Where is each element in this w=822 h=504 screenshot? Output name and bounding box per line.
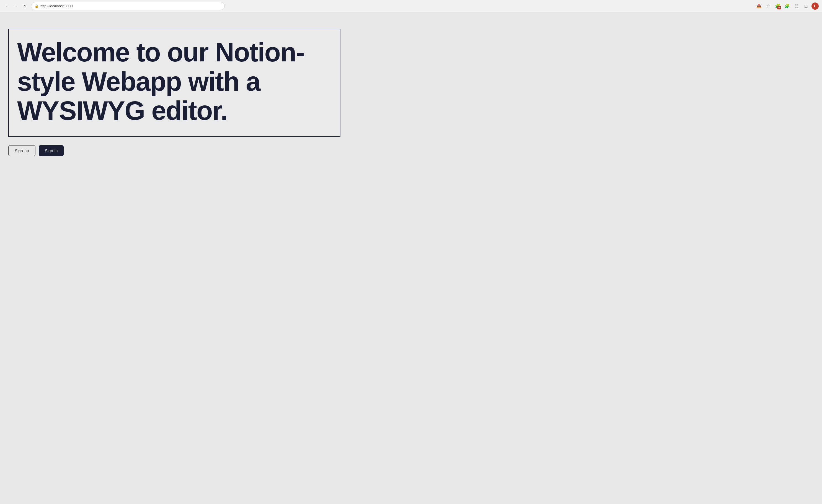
signup-button[interactable]: Sign-up <box>8 145 35 156</box>
reader-mode-icon: ☷ <box>795 4 798 9</box>
save-page-icon: 📤 <box>756 4 762 9</box>
lock-icon: 🔒 <box>35 4 39 8</box>
refresh-button[interactable]: ↻ <box>21 2 29 10</box>
bookmark-button[interactable]: ☆ <box>764 2 772 10</box>
forward-button[interactable]: → <box>12 2 20 10</box>
star-icon: ☆ <box>767 4 770 9</box>
window-button[interactable]: ◻ <box>802 2 810 10</box>
browser-nav-buttons: ← → ↻ <box>3 2 29 10</box>
extension-icon-wrapper: 🧩 off <box>774 2 782 10</box>
back-button[interactable]: ← <box>3 2 11 10</box>
profile-avatar[interactable]: L <box>811 2 819 10</box>
page-content: Welcome to our Notion-style Webapp with … <box>0 12 822 504</box>
browser-chrome: ← → ↻ 🔒 http://localhost:3000 📤 ☆ 🧩 off … <box>0 0 822 12</box>
signin-button[interactable]: Sign-in <box>39 145 64 156</box>
refresh-icon: ↻ <box>23 4 27 8</box>
extensions-badge: off <box>777 6 781 9</box>
reader-mode-button[interactable]: ☷ <box>793 2 800 10</box>
browser-toolbar-right: 📤 ☆ 🧩 off 🧩 ☷ ◻ L <box>755 2 819 10</box>
url-text: http://localhost:3000 <box>40 4 221 8</box>
puzzle-icon: 🧩 <box>785 4 790 9</box>
forward-icon: → <box>14 4 18 8</box>
buttons-row: Sign-up Sign-in <box>8 145 814 156</box>
hero-title: Welcome to our Notion-style Webapp with … <box>17 38 332 125</box>
hero-box: Welcome to our Notion-style Webapp with … <box>8 29 340 137</box>
window-icon: ◻ <box>804 4 808 9</box>
back-icon: ← <box>5 4 9 8</box>
save-page-button[interactable]: 📤 <box>755 2 763 10</box>
puzzle-button[interactable]: 🧩 <box>783 2 791 10</box>
address-bar[interactable]: 🔒 http://localhost:3000 <box>31 2 225 10</box>
